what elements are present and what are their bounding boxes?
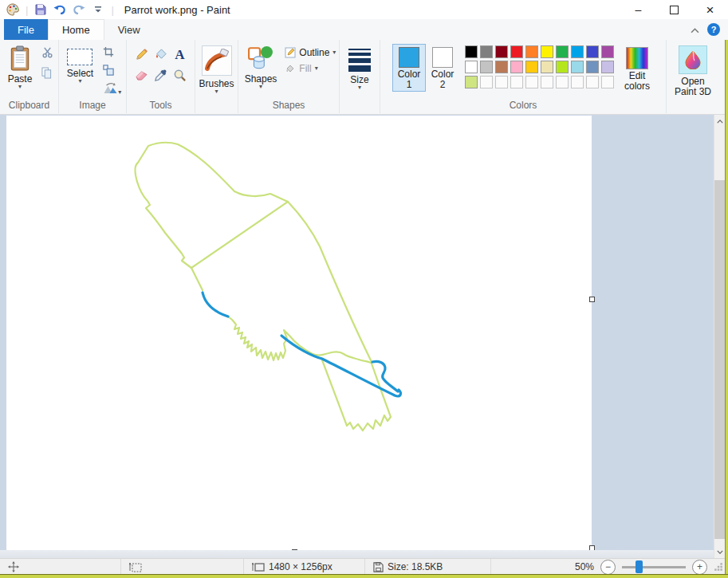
separator: | (26, 4, 28, 16)
select-button[interactable]: Select ▾ (64, 44, 96, 85)
palette-swatch[interactable] (525, 61, 538, 73)
palette-swatch[interactable] (556, 45, 569, 58)
palette-swatch[interactable] (571, 61, 584, 73)
brushes-button[interactable]: Brushes ▾ (195, 44, 237, 96)
palette-swatch[interactable] (465, 76, 478, 88)
minimize-button[interactable]: – (620, 0, 656, 19)
palette-swatch[interactable] (571, 45, 584, 58)
zoom-slider-thumb[interactable] (636, 560, 643, 573)
window-controls: – × (620, 0, 728, 19)
save-button[interactable] (33, 2, 48, 17)
canvas-size-value: 1480 × 1256px (269, 561, 333, 572)
palette-swatch[interactable] (601, 76, 614, 88)
color2-button[interactable]: Color 2 (426, 44, 459, 92)
paint3d-icon (684, 50, 702, 69)
drawing-canvas[interactable] (6, 116, 592, 551)
zoom-out-button[interactable]: − (600, 560, 616, 575)
color-palette (464, 45, 616, 90)
zoom-slider[interactable] (622, 566, 686, 568)
text-tool[interactable]: A (171, 45, 189, 64)
canvas-resize-handle-right[interactable] (589, 297, 595, 302)
palette-swatch[interactable] (510, 61, 523, 73)
magnifier-tool[interactable] (171, 65, 189, 85)
palette-swatch[interactable] (586, 76, 599, 88)
palette-swatch[interactable] (541, 76, 553, 88)
vertical-scrollbar-thumb[interactable] (714, 180, 726, 539)
palette-swatch[interactable] (480, 45, 493, 58)
palette-swatch[interactable] (541, 61, 553, 73)
help-button[interactable]: ? (707, 23, 720, 36)
copy-button[interactable] (41, 67, 53, 82)
palette-swatch[interactable] (480, 76, 493, 88)
shapes-caption: Shapes (238, 100, 339, 111)
palette-swatch[interactable] (601, 61, 614, 73)
shapes-icon (248, 45, 273, 71)
eraser-tool[interactable] (133, 65, 151, 85)
palette-swatch[interactable] (586, 45, 599, 58)
crop-button[interactable] (103, 46, 121, 61)
palette-swatch[interactable] (556, 61, 569, 73)
undo-button[interactable] (53, 2, 67, 17)
collapse-ribbon-button[interactable] (691, 22, 699, 37)
resize-grip-icon[interactable] (714, 562, 723, 572)
fill-button[interactable]: Fill ▾ (285, 63, 336, 74)
tab-file[interactable]: File (4, 19, 48, 40)
paint-window: | | Parrot work.png - Paint – × File Hom… (0, 0, 728, 578)
zoom-controls: 50% − + (575, 560, 728, 575)
shapes-button[interactable]: Shapes ▾ (242, 44, 281, 91)
paste-button[interactable]: Paste ▾ (5, 44, 36, 91)
parrot-face-outline (137, 182, 203, 290)
zoom-in-button[interactable]: + (692, 560, 707, 575)
zoom-level: 50% (575, 561, 594, 572)
paint-logo-icon (6, 2, 20, 17)
outline-button[interactable]: Outline ▾ (285, 47, 336, 58)
image-caption: Image (59, 100, 126, 111)
resize-icon (103, 65, 114, 76)
color-picker-tool[interactable] (152, 65, 170, 85)
resize-button[interactable] (103, 65, 121, 79)
palette-swatch[interactable] (541, 45, 553, 58)
palette-swatch[interactable] (465, 45, 478, 58)
palette-swatch[interactable] (465, 61, 478, 73)
palette-swatch[interactable] (510, 76, 523, 88)
palette-swatch[interactable] (495, 76, 508, 88)
palette-swatch[interactable] (571, 76, 584, 88)
palette-swatch[interactable] (480, 61, 493, 73)
scroll-up-button[interactable] (714, 115, 726, 128)
edit-colors-button[interactable]: Edit colors (620, 44, 654, 93)
rotate-button[interactable]: ▾ (103, 83, 121, 97)
horizontal-scrollbar[interactable] (0, 550, 714, 558)
color2-label: Color 2 (429, 69, 456, 90)
open-paint3d-button[interactable]: Open Paint 3D (667, 44, 719, 99)
vertical-scrollbar[interactable] (714, 115, 726, 558)
tab-view[interactable]: View (104, 19, 154, 40)
redo-button[interactable] (72, 2, 86, 17)
palette-swatch[interactable] (556, 76, 569, 88)
fill-tool[interactable] (152, 45, 170, 64)
outline-label: Outline (299, 47, 329, 58)
palette-swatch[interactable] (525, 76, 538, 88)
brushes-dropdown-icon: ▾ (214, 89, 218, 94)
edit-colors-label: Edit colors (621, 71, 653, 92)
undo-icon (53, 4, 66, 15)
select-dropdown-icon: ▾ (78, 79, 81, 84)
size-dropdown-icon: ▾ (358, 85, 361, 90)
palette-swatch[interactable] (495, 45, 508, 58)
maximize-button[interactable] (656, 0, 692, 19)
tab-home[interactable]: Home (48, 19, 104, 40)
palette-swatch[interactable] (510, 45, 523, 58)
pencil-tool[interactable] (133, 45, 151, 64)
close-button[interactable]: × (692, 0, 728, 19)
palette-swatch[interactable] (586, 61, 599, 73)
palette-swatch[interactable] (525, 45, 538, 58)
palette-swatch[interactable] (495, 61, 508, 73)
maximize-icon (670, 6, 679, 14)
tabrow-right: ? (691, 19, 728, 40)
cut-button[interactable] (41, 46, 53, 61)
scroll-down-button[interactable] (714, 545, 726, 558)
palette-swatch[interactable] (601, 45, 614, 58)
parrot-chest-feathers (228, 317, 313, 360)
customize-toolbar-button[interactable] (91, 2, 105, 17)
color1-button[interactable]: Color 1 (392, 44, 426, 92)
size-button[interactable]: Size ▾ (345, 44, 374, 92)
